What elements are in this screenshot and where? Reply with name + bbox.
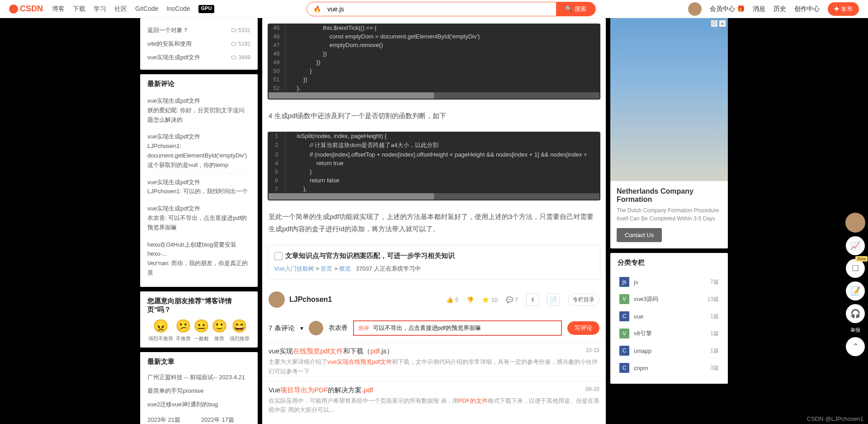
- logo[interactable]: CSDN: [9, 4, 43, 14]
- paragraph: 至此一个简单的生成pdf功能就实现了，上述的方法基本都封装好了，使用上述的3个方…: [262, 206, 606, 239]
- gpu-badge[interactable]: GPU: [198, 5, 215, 13]
- author-avatar[interactable]: [269, 291, 285, 308]
- pdf-button[interactable]: 📄: [547, 293, 560, 306]
- category-icon: C: [619, 363, 629, 373]
- article-link[interactable]: vue2迁移vue3时遇到的bug: [147, 398, 250, 411]
- category-icon: C: [619, 346, 629, 356]
- publish-button[interactable]: ✚ 发布: [828, 2, 859, 16]
- vip-link[interactable]: 会员中心 🎁: [710, 5, 745, 13]
- emoji-icon: 🙂: [212, 319, 227, 333]
- breadcrumb-l1[interactable]: 首页: [321, 265, 332, 272]
- post-item[interactable]: vite的安装和使用5192: [147, 37, 250, 51]
- dislike-button[interactable]: 👎: [467, 296, 474, 303]
- category-item[interactable]: Cvue1篇: [618, 308, 721, 325]
- panel-title: 最新评论: [147, 80, 250, 88]
- knowledge-match-box: 文章知识点与官方知识档案匹配，可进一步学习相关知识 Vue入门技能树 > 首页 …: [268, 245, 600, 280]
- nav-learn[interactable]: 学习: [94, 5, 106, 13]
- note-button[interactable]: 📝: [846, 281, 865, 300]
- ad-close-icon[interactable]: ✕: [719, 20, 726, 27]
- year-filter[interactable]: 2023年 21篇: [147, 416, 197, 424]
- author-name[interactable]: LJPchosen1: [289, 295, 442, 304]
- search-box: 🔥 🔍 搜索: [307, 2, 596, 16]
- category-item[interactable]: Vv8引擎1篇: [618, 325, 721, 342]
- nav-download[interactable]: 下载: [73, 5, 85, 13]
- comment-item[interactable]: vue实现生成pdf文件衣农香: 可以不导出，点击直接进pdf的预览界面嘛: [147, 200, 250, 236]
- eye-icon: [231, 42, 236, 46]
- mascot-icon[interactable]: [845, 213, 865, 233]
- back-to-top-button[interactable]: ⌃: [846, 337, 865, 356]
- year-filter[interactable]: 2022年 17篇: [201, 416, 250, 424]
- trend-button[interactable]: 📈: [846, 236, 865, 255]
- breadcrumb: Vue入门技能树 > 首页 > 概览 37037 人正在系统学习中: [274, 265, 594, 273]
- comment-item[interactable]: vue实现生成pdf文件LJPchosen1: 可以的，我找时间出一个: [147, 174, 250, 201]
- post-item[interactable]: vue实现生成pdf文件3849: [147, 51, 250, 64]
- rel-date: 08-20: [585, 386, 599, 392]
- article-main: 45 this.$nextTick(() => {46 const emptyD…: [262, 18, 606, 424]
- column-toc-button[interactable]: 专栏目录: [568, 294, 599, 306]
- ad-description: The Dutch Company Formation Procedure It…: [617, 206, 722, 223]
- hot-comment[interactable]: 热评 可以不导出，点击直接进pdf的预览界面嘛: [353, 320, 562, 336]
- commenter-avatar[interactable]: [309, 321, 323, 335]
- nav-community[interactable]: 社区: [114, 5, 127, 13]
- share-button[interactable]: ⬆: [526, 293, 539, 306]
- comment-item[interactable]: hexo在GitHub上创建blog需要安装hexo-...Vez'nan: 而…: [147, 237, 250, 281]
- floating-toolbar: 📈 ☐Beta 📝 🎧 举报 ⌃: [845, 213, 865, 356]
- article-link[interactable]: 最简单的手写promise: [147, 384, 250, 398]
- ad-title: Netherlands Company Formation: [617, 187, 722, 204]
- category-icon: js: [619, 277, 629, 287]
- report-button[interactable]: 举报: [850, 327, 860, 333]
- rating-option[interactable]: 😕不推荐: [175, 319, 191, 342]
- nav-gitcode[interactable]: GitCode: [135, 5, 158, 13]
- comment-item[interactable]: vue实现生成pdf文件朕的爱妃呢: 你好，分页切割文字这问题怎么解决的: [147, 93, 250, 129]
- comment-button[interactable]: 💬 7: [506, 296, 518, 303]
- search-input[interactable]: [321, 2, 556, 16]
- advertisement[interactable]: ⓘ ✕ Netherlands Company Formation The Du…: [610, 18, 728, 248]
- search-button[interactable]: 🔍 搜索: [556, 2, 595, 16]
- ad-image: ⓘ ✕: [610, 18, 728, 181]
- comment-count: 7 条评论: [269, 324, 295, 333]
- nav-links: 博客 下载 学习 社区 GitCode InsCode GPU: [52, 5, 214, 13]
- related-article[interactable]: 10-15 vue实现在线预览pdf文件和下载（pdf.js） 主要为大家详细介…: [262, 342, 606, 381]
- fire-icon: 🔥: [307, 5, 321, 13]
- rel-date: 10-15: [585, 347, 599, 353]
- breadcrumb-root[interactable]: Vue入门技能树: [274, 265, 314, 272]
- category-item[interactable]: Ccnpm3篇: [618, 359, 721, 376]
- category-item[interactable]: jsjs7篇: [618, 273, 721, 291]
- box-button[interactable]: ☐Beta: [846, 259, 865, 278]
- emoji-icon: 😕: [175, 319, 191, 333]
- nav-blog[interactable]: 博客: [52, 5, 65, 13]
- messages-link[interactable]: 消息: [753, 5, 765, 13]
- avatar[interactable]: [688, 2, 702, 16]
- panel-title: 最新文章: [147, 357, 250, 366]
- breadcrumb-l2[interactable]: 概览: [339, 265, 351, 272]
- write-comment-button[interactable]: 写评论: [567, 321, 599, 335]
- rating-option[interactable]: 😠强烈不推荐: [148, 319, 173, 342]
- top-navigation: CSDN 博客 下载 学习 社区 GitCode InsCode GPU 🔥 🔍…: [0, 0, 868, 18]
- category-item[interactable]: Vvue3源码13篇: [618, 291, 721, 308]
- commenter-name[interactable]: 衣农香: [329, 324, 348, 332]
- post-item[interactable]: 返回一个对象？5331: [147, 24, 250, 37]
- tree-icon: [274, 252, 283, 260]
- category-icon: V: [619, 329, 629, 338]
- comment-item[interactable]: vue实现生成pdf文件LJPchosen1: document.getElem…: [147, 129, 250, 174]
- related-article[interactable]: 08-20 Vue项目导出为PDF的解决方案.pdf 在实际应用中，可能用户希望…: [262, 381, 606, 420]
- rating-option[interactable]: 😐一般般: [193, 319, 209, 342]
- hot-badge: 热评: [359, 324, 369, 332]
- support-button[interactable]: 🎧: [846, 304, 865, 323]
- star-button[interactable]: ⭐ 10: [482, 296, 497, 303]
- category-icon: C: [619, 311, 629, 321]
- like-button[interactable]: 👍 5: [446, 296, 458, 303]
- author-bar: LJPchosen1 👍 5 👎 ⭐ 10 💬 7 ⬆ 📄 专栏目录: [262, 285, 606, 314]
- comment-section: 7 条评论 ▾ 衣农香 热评 可以不导出，点击直接进pdf的预览界面嘛 写评论: [262, 314, 606, 342]
- category-item[interactable]: Cuniapp1篇: [618, 342, 721, 359]
- nav-inscode[interactable]: InsCode: [166, 5, 190, 13]
- emoji-icon: 😐: [193, 319, 209, 333]
- creator-link[interactable]: 创作中心: [794, 5, 820, 13]
- ad-cta-button[interactable]: Contact Us: [617, 228, 662, 242]
- article-link[interactable]: 广州正盟科技 -- 前端面试-- 2023.4.21: [147, 371, 250, 384]
- rating-option[interactable]: 😄强烈推荐: [230, 319, 250, 342]
- rating-option[interactable]: 🙂推荐: [212, 319, 227, 342]
- code-block-1: 45 this.$nextTick(() => {46 const emptyD…: [268, 24, 600, 100]
- history-link[interactable]: 历史: [774, 5, 786, 13]
- ad-info-icon[interactable]: ⓘ: [711, 20, 718, 27]
